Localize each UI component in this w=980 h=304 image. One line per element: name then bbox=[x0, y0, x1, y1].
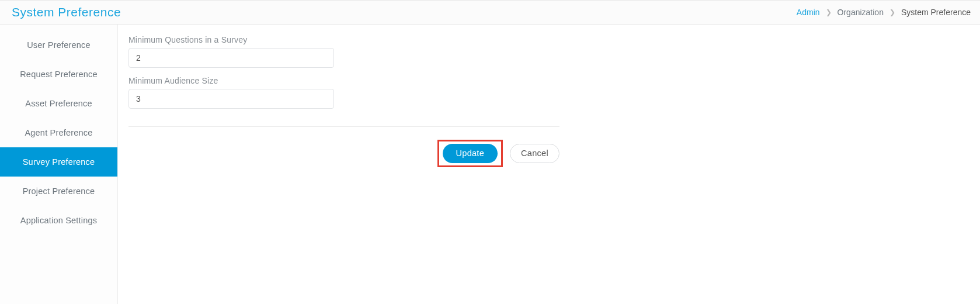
sidebar-item-user-preference[interactable]: User Preference bbox=[0, 30, 117, 60]
update-button[interactable]: Update bbox=[443, 144, 498, 163]
divider bbox=[128, 126, 559, 127]
label-min-audience: Minimum Audience Size bbox=[128, 76, 559, 85]
actions-row: Update Cancel bbox=[128, 140, 559, 167]
breadcrumb-organization[interactable]: Organization bbox=[837, 8, 884, 17]
sidebar: User Preference Request Preference Asset… bbox=[0, 25, 118, 304]
sidebar-item-project-preference[interactable]: Project Preference bbox=[0, 177, 117, 206]
chevron-right-icon: ❯ bbox=[826, 8, 832, 16]
sidebar-item-agent-preference[interactable]: Agent Preference bbox=[0, 118, 117, 147]
cancel-button[interactable]: Cancel bbox=[510, 144, 559, 163]
page-title: System Preference bbox=[12, 5, 121, 19]
page-body: User Preference Request Preference Asset… bbox=[0, 25, 980, 304]
input-min-audience[interactable] bbox=[128, 89, 334, 109]
content-panel: Minimum Questions in a Survey Minimum Au… bbox=[118, 25, 559, 304]
breadcrumb: Admin ❯ Organization ❯ System Preference bbox=[797, 8, 971, 17]
label-min-questions: Minimum Questions in a Survey bbox=[128, 35, 559, 44]
sidebar-item-asset-preference[interactable]: Asset Preference bbox=[0, 89, 117, 118]
sidebar-item-survey-preference[interactable]: Survey Preference bbox=[0, 147, 117, 177]
chevron-right-icon: ❯ bbox=[889, 8, 895, 16]
sidebar-item-application-settings[interactable]: Application Settings bbox=[0, 206, 117, 235]
page-header: System Preference Admin ❯ Organization ❯… bbox=[0, 0, 980, 25]
breadcrumb-current: System Preference bbox=[901, 8, 971, 17]
form-group-min-audience: Minimum Audience Size bbox=[128, 76, 559, 109]
form-group-min-questions: Minimum Questions in a Survey bbox=[128, 35, 559, 68]
sidebar-item-request-preference[interactable]: Request Preference bbox=[0, 60, 117, 89]
highlight-box: Update bbox=[437, 140, 503, 167]
input-min-questions[interactable] bbox=[128, 48, 334, 68]
breadcrumb-admin[interactable]: Admin bbox=[797, 8, 820, 17]
